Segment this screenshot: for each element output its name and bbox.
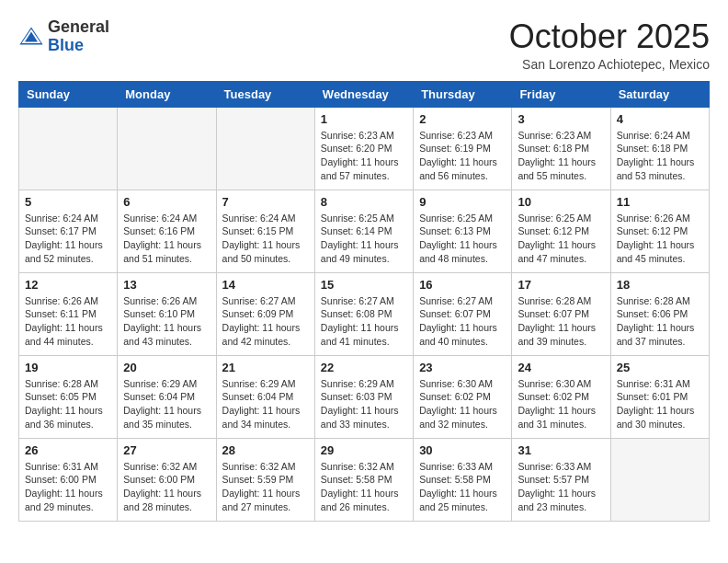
day-info: Sunrise: 6:25 AMSunset: 6:13 PMDaylight:… xyxy=(419,212,506,266)
day-number: 28 xyxy=(222,443,309,457)
calendar-cell: 27Sunrise: 6:32 AMSunset: 6:00 PMDayligh… xyxy=(118,438,216,521)
day-number: 11 xyxy=(617,195,703,209)
day-number: 21 xyxy=(222,361,309,374)
day-info: Sunrise: 6:28 AMSunset: 6:07 PMDaylight:… xyxy=(518,294,604,349)
calendar-cell: 25Sunrise: 6:31 AMSunset: 6:01 PMDayligh… xyxy=(610,355,709,438)
day-info: Sunrise: 6:23 AMSunset: 6:19 PMDaylight:… xyxy=(419,129,506,183)
day-number: 2 xyxy=(419,112,506,126)
day-number: 1 xyxy=(321,112,407,126)
calendar-cell: 6Sunrise: 6:24 AMSunset: 6:16 PMDaylight… xyxy=(118,190,216,272)
day-number: 23 xyxy=(419,361,506,374)
calendar-cell: 18Sunrise: 6:28 AMSunset: 6:06 PMDayligh… xyxy=(610,272,709,355)
day-of-week-header: Friday xyxy=(512,81,610,107)
logo-icon xyxy=(18,24,44,50)
day-info: Sunrise: 6:29 AMSunset: 6:03 PMDaylight:… xyxy=(321,377,407,431)
day-info: Sunrise: 6:24 AMSunset: 6:15 PMDaylight:… xyxy=(222,212,309,266)
day-number: 3 xyxy=(518,112,604,126)
day-info: Sunrise: 6:29 AMSunset: 6:04 PMDaylight:… xyxy=(123,377,210,431)
calendar-cell: 10Sunrise: 6:25 AMSunset: 6:12 PMDayligh… xyxy=(512,190,610,272)
week-row: 26Sunrise: 6:31 AMSunset: 6:00 PMDayligh… xyxy=(19,438,710,521)
calendar-cell: 17Sunrise: 6:28 AMSunset: 6:07 PMDayligh… xyxy=(512,272,610,355)
calendar-cell: 13Sunrise: 6:26 AMSunset: 6:10 PMDayligh… xyxy=(118,272,216,355)
day-info: Sunrise: 6:24 AMSunset: 6:16 PMDaylight:… xyxy=(123,212,210,266)
week-row: 12Sunrise: 6:26 AMSunset: 6:11 PMDayligh… xyxy=(19,272,710,355)
calendar-cell xyxy=(19,107,118,190)
day-info: Sunrise: 6:30 AMSunset: 6:02 PMDaylight:… xyxy=(419,377,506,431)
calendar-cell: 5Sunrise: 6:24 AMSunset: 6:17 PMDaylight… xyxy=(19,190,118,272)
calendar-header-row: SundayMondayTuesdayWednesdayThursdayFrid… xyxy=(19,81,710,107)
week-row: 5Sunrise: 6:24 AMSunset: 6:17 PMDaylight… xyxy=(19,190,710,272)
day-number: 9 xyxy=(419,195,506,209)
day-number: 30 xyxy=(419,443,506,457)
day-number: 14 xyxy=(222,278,309,292)
day-info: Sunrise: 6:25 AMSunset: 6:12 PMDaylight:… xyxy=(518,212,604,266)
calendar-cell: 2Sunrise: 6:23 AMSunset: 6:19 PMDaylight… xyxy=(414,107,512,190)
day-info: Sunrise: 6:33 AMSunset: 5:57 PMDaylight:… xyxy=(518,460,604,514)
day-info: Sunrise: 6:27 AMSunset: 6:07 PMDaylight:… xyxy=(419,294,506,349)
day-number: 4 xyxy=(617,112,703,126)
day-number: 8 xyxy=(321,195,407,209)
week-row: 19Sunrise: 6:28 AMSunset: 6:05 PMDayligh… xyxy=(19,355,710,438)
calendar-cell: 9Sunrise: 6:25 AMSunset: 6:13 PMDaylight… xyxy=(414,190,512,272)
day-of-week-header: Wednesday xyxy=(314,81,413,107)
calendar-cell: 14Sunrise: 6:27 AMSunset: 6:09 PMDayligh… xyxy=(216,272,314,355)
day-number: 19 xyxy=(25,361,111,374)
calendar-cell: 19Sunrise: 6:28 AMSunset: 6:05 PMDayligh… xyxy=(19,355,118,438)
page-header: General Blue October 2025 San Lorenzo Ac… xyxy=(18,18,710,72)
calendar-cell: 20Sunrise: 6:29 AMSunset: 6:04 PMDayligh… xyxy=(118,355,216,438)
logo-blue-text: Blue xyxy=(48,37,109,55)
calendar-cell: 11Sunrise: 6:26 AMSunset: 6:12 PMDayligh… xyxy=(610,190,709,272)
day-number: 22 xyxy=(321,361,407,374)
day-number: 17 xyxy=(518,278,604,292)
day-number: 18 xyxy=(617,278,703,292)
day-info: Sunrise: 6:32 AMSunset: 6:00 PMDaylight:… xyxy=(123,460,210,514)
calendar-cell: 31Sunrise: 6:33 AMSunset: 5:57 PMDayligh… xyxy=(512,438,610,521)
calendar-cell: 12Sunrise: 6:26 AMSunset: 6:11 PMDayligh… xyxy=(19,272,118,355)
day-of-week-header: Sunday xyxy=(19,81,118,107)
day-info: Sunrise: 6:31 AMSunset: 6:01 PMDaylight:… xyxy=(617,377,703,431)
day-info: Sunrise: 6:33 AMSunset: 5:58 PMDaylight:… xyxy=(419,460,506,514)
day-number: 31 xyxy=(518,443,604,457)
calendar-cell: 24Sunrise: 6:30 AMSunset: 6:02 PMDayligh… xyxy=(512,355,610,438)
day-info: Sunrise: 6:26 AMSunset: 6:12 PMDaylight:… xyxy=(617,212,703,266)
calendar-cell: 26Sunrise: 6:31 AMSunset: 6:00 PMDayligh… xyxy=(19,438,118,521)
calendar-cell: 3Sunrise: 6:23 AMSunset: 6:18 PMDaylight… xyxy=(512,107,610,190)
logo: General Blue xyxy=(18,18,109,55)
day-of-week-header: Saturday xyxy=(610,81,709,107)
day-info: Sunrise: 6:23 AMSunset: 6:20 PMDaylight:… xyxy=(321,129,407,183)
week-row: 1Sunrise: 6:23 AMSunset: 6:20 PMDaylight… xyxy=(19,107,710,190)
day-number: 5 xyxy=(25,195,111,209)
title-block: October 2025 San Lorenzo Achiotepec, Mex… xyxy=(509,18,710,72)
day-of-week-header: Tuesday xyxy=(216,81,314,107)
day-info: Sunrise: 6:24 AMSunset: 6:17 PMDaylight:… xyxy=(25,212,111,266)
calendar-cell: 1Sunrise: 6:23 AMSunset: 6:20 PMDaylight… xyxy=(314,107,413,190)
day-info: Sunrise: 6:27 AMSunset: 6:08 PMDaylight:… xyxy=(321,294,407,349)
day-info: Sunrise: 6:25 AMSunset: 6:14 PMDaylight:… xyxy=(321,212,407,266)
calendar-cell: 30Sunrise: 6:33 AMSunset: 5:58 PMDayligh… xyxy=(414,438,512,521)
calendar-cell: 22Sunrise: 6:29 AMSunset: 6:03 PMDayligh… xyxy=(314,355,413,438)
day-number: 20 xyxy=(123,361,210,374)
day-of-week-header: Monday xyxy=(118,81,216,107)
calendar-cell: 8Sunrise: 6:25 AMSunset: 6:14 PMDaylight… xyxy=(314,190,413,272)
day-info: Sunrise: 6:29 AMSunset: 6:04 PMDaylight:… xyxy=(222,377,309,431)
logo-general-text: General xyxy=(48,18,109,37)
day-number: 6 xyxy=(123,195,210,209)
day-info: Sunrise: 6:31 AMSunset: 6:00 PMDaylight:… xyxy=(25,460,111,514)
day-info: Sunrise: 6:32 AMSunset: 5:59 PMDaylight:… xyxy=(222,460,309,514)
calendar-table: SundayMondayTuesdayWednesdayThursdayFrid… xyxy=(18,81,710,522)
day-number: 27 xyxy=(123,443,210,457)
day-number: 16 xyxy=(419,278,506,292)
day-number: 7 xyxy=(222,195,309,209)
day-info: Sunrise: 6:28 AMSunset: 6:05 PMDaylight:… xyxy=(25,377,111,431)
calendar-cell: 29Sunrise: 6:32 AMSunset: 5:58 PMDayligh… xyxy=(314,438,413,521)
day-info: Sunrise: 6:32 AMSunset: 5:58 PMDaylight:… xyxy=(321,460,407,514)
day-of-week-header: Thursday xyxy=(414,81,512,107)
day-number: 15 xyxy=(321,278,407,292)
calendar-cell xyxy=(118,107,216,190)
day-number: 25 xyxy=(617,361,703,374)
day-info: Sunrise: 6:26 AMSunset: 6:10 PMDaylight:… xyxy=(123,294,210,349)
calendar-cell: 21Sunrise: 6:29 AMSunset: 6:04 PMDayligh… xyxy=(216,355,314,438)
day-number: 12 xyxy=(25,278,111,292)
day-info: Sunrise: 6:28 AMSunset: 6:06 PMDaylight:… xyxy=(617,294,703,349)
day-info: Sunrise: 6:30 AMSunset: 6:02 PMDaylight:… xyxy=(518,377,604,431)
